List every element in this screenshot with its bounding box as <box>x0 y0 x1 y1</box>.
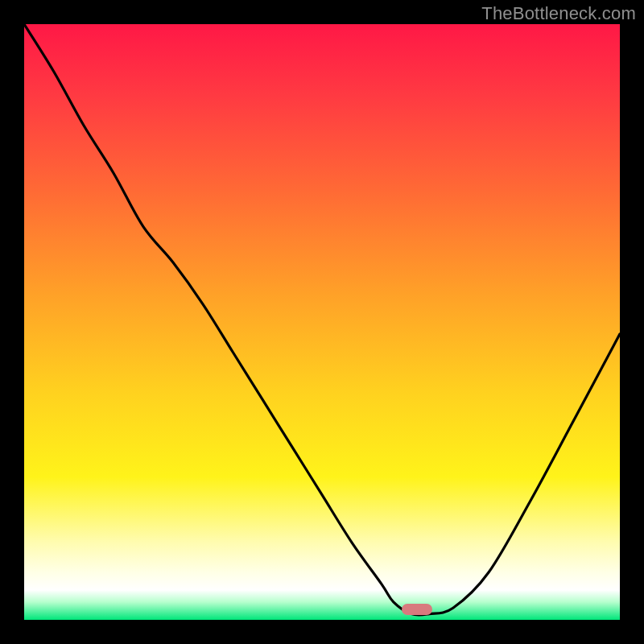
plot-area <box>24 24 620 620</box>
optimal-point-marker <box>402 604 432 615</box>
watermark-text: TheBottleneck.com <box>481 3 636 24</box>
chart-frame: TheBottleneck.com <box>0 0 644 644</box>
bottleneck-curve <box>24 24 620 620</box>
